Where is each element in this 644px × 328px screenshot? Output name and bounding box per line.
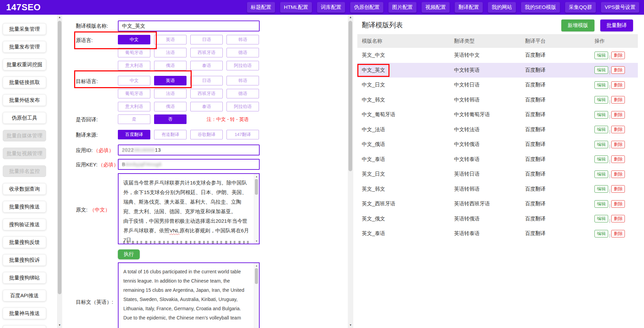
language-option[interactable]: 俄语 (154, 102, 187, 111)
top-menu-item[interactable]: 视频配置 (422, 2, 450, 13)
edit-button[interactable]: 编辑 (594, 96, 608, 104)
scroll-down-icon[interactable]: ▼ (254, 239, 259, 243)
language-option[interactable]: 德语 (227, 48, 259, 57)
edit-button[interactable]: 编辑 (594, 52, 608, 59)
delete-button[interactable]: 删除 (611, 111, 625, 119)
delete-button[interactable]: 删除 (611, 126, 625, 133)
edit-button[interactable]: 编辑 (594, 66, 608, 74)
sidebar-item[interactable]: 批量权重词挖掘 (3, 59, 46, 70)
language-option[interactable]: 阿拉伯语 (227, 61, 259, 70)
top-menu-item[interactable]: 我的网站 (488, 2, 516, 13)
back-translate-option[interactable]: 否 (154, 114, 187, 124)
translate-source-option[interactable]: 百度翻译 (118, 130, 150, 139)
delete-button[interactable]: 删除 (611, 185, 625, 193)
sidebar-item[interactable]: 伪原创工具 (3, 112, 46, 124)
language-option[interactable]: 德语 (227, 89, 259, 98)
language-option[interactable]: 韩语 (227, 35, 259, 44)
source-text-scrollbar[interactable]: ▲ ▼ (254, 174, 259, 244)
back-translate-option[interactable]: 是 (118, 114, 150, 124)
scroll-up-icon[interactable]: ▲ (57, 15, 62, 20)
sidebar-scrollbar-thumb[interactable] (58, 21, 61, 294)
form-scrollbar[interactable]: ▲ ▼ (348, 15, 353, 328)
delete-button[interactable]: 删除 (611, 52, 625, 59)
scroll-up-icon[interactable]: ▲ (254, 174, 259, 179)
sidebar-item[interactable]: 批量排名监控 (3, 165, 46, 177)
sidebar-item[interactable]: 批量链接抓取 (3, 77, 46, 88)
delete-button[interactable]: 删除 (611, 66, 625, 74)
top-menu-item[interactable]: HTML配置 (280, 2, 312, 13)
delete-button[interactable]: 删除 (611, 215, 625, 222)
language-option[interactable]: 中文 (118, 76, 150, 85)
scroll-down-icon[interactable]: ▼ (57, 323, 62, 328)
language-option[interactable]: 俄语 (154, 61, 187, 70)
delete-button[interactable]: 删除 (611, 230, 625, 237)
top-menu-item[interactable]: VPS拨号设置 (601, 2, 639, 13)
sidebar-item[interactable]: 批量短视频管理 (3, 148, 46, 159)
language-option[interactable]: 葡萄牙语 (118, 48, 150, 57)
language-option[interactable]: 日语 (190, 35, 223, 44)
top-menu-item[interactable]: 图片配置 (388, 2, 416, 13)
edit-button[interactable]: 编辑 (594, 200, 608, 208)
sidebar-item[interactable]: 批量发布管理 (3, 41, 46, 53)
sidebar-item[interactable]: 批量外链发布 (3, 94, 46, 106)
language-option[interactable]: 西班牙语 (190, 89, 223, 98)
execute-button[interactable]: 执行 (118, 249, 140, 259)
app-id-input[interactable]: 2022061600013 (118, 145, 260, 155)
form-scrollbar-thumb[interactable] (348, 21, 352, 171)
delete-button[interactable]: 删除 (611, 141, 625, 148)
sidebar-item[interactable]: 批量搜狗推送 (3, 201, 46, 213)
sidebar-item[interactable]: 批量搜狗反馈 (3, 236, 46, 248)
edit-button[interactable]: 编辑 (594, 141, 608, 148)
sidebar-item[interactable]: 百度API推送 (3, 290, 46, 301)
target-text-area[interactable]: A total of 16 clubs participated in the … (118, 262, 260, 328)
delete-button[interactable]: 删除 (611, 155, 625, 163)
translate-source-option[interactable]: 谷歌翻译 (190, 130, 223, 139)
delete-button[interactable]: 删除 (611, 200, 625, 208)
top-menu-item[interactable]: 采集QQ群 (565, 2, 596, 13)
edit-button[interactable]: 编辑 (594, 155, 608, 163)
sidebar-scrollbar[interactable]: ▲ ▼ (57, 15, 62, 328)
language-option[interactable]: 法语 (154, 89, 187, 98)
language-option[interactable]: 意大利语 (118, 61, 150, 70)
edit-button[interactable]: 编辑 (594, 81, 608, 89)
sidebar-item[interactable]: 收录数据查询 (3, 183, 46, 195)
scroll-up-icon[interactable]: ▲ (348, 15, 353, 20)
language-option[interactable]: 中文 (118, 35, 150, 44)
sidebar-item[interactable]: 批量自媒体管理 (3, 130, 46, 141)
edit-button[interactable]: 编辑 (594, 230, 608, 237)
sidebar-item[interactable]: 批量神马推送 (3, 308, 46, 319)
top-menu-item[interactable]: 标题配置 (247, 2, 275, 13)
scroll-down-icon[interactable]: ▼ (348, 323, 353, 328)
top-menu-item[interactable]: 词库配置 (317, 2, 345, 13)
template-name-input[interactable] (118, 20, 260, 31)
scrollbar-thumb[interactable] (255, 179, 258, 195)
sidebar-item[interactable]: 批量搜狗绑站 (3, 272, 46, 284)
language-option[interactable]: 意大利语 (118, 102, 150, 111)
language-option[interactable]: 阿拉伯语 (227, 102, 259, 111)
source-text-area[interactable]: 该届当今世界乒乓球联赛共计16支球会参与。除中国队外，余下15支球会分别为阿根廷… (118, 173, 260, 244)
delete-button[interactable]: 删除 (611, 81, 625, 89)
top-menu-item[interactable]: 翻译配置 (455, 2, 483, 13)
edit-button[interactable]: 编辑 (594, 170, 608, 178)
app-key-input[interactable]: B4m9yjqFHnsg6 (118, 159, 260, 170)
sidebar-item[interactable]: 批量搜狗投诉 (3, 254, 46, 266)
delete-button[interactable]: 删除 (611, 170, 625, 178)
edit-button[interactable]: 编辑 (594, 111, 608, 119)
language-option[interactable]: 英语 (154, 76, 187, 85)
language-option[interactable]: 韩语 (227, 76, 259, 85)
top-menu-item[interactable]: 伪原创配置 (350, 2, 383, 13)
language-option[interactable]: 葡萄牙语 (118, 89, 150, 98)
language-option[interactable]: 西班牙语 (190, 48, 223, 57)
language-option[interactable]: 泰语 (190, 102, 223, 111)
target-text-scrollbar[interactable]: ▲ ▼ (254, 263, 259, 328)
scrollbar-thumb[interactable] (255, 268, 258, 284)
batch-translate-button[interactable]: 批量翻译 (600, 19, 633, 31)
edit-button[interactable]: 编辑 (594, 126, 608, 133)
top-menu-item[interactable]: 我的SEO模版 (521, 2, 560, 13)
language-option[interactable]: 法语 (154, 48, 187, 57)
edit-button[interactable]: 编辑 (594, 185, 608, 193)
add-template-button[interactable]: 新增模版 (561, 19, 594, 31)
language-option[interactable]: 英语 (154, 35, 187, 44)
sidebar-item[interactable]: 批量采集管理 (3, 23, 46, 35)
scroll-up-icon[interactable]: ▲ (254, 263, 259, 268)
